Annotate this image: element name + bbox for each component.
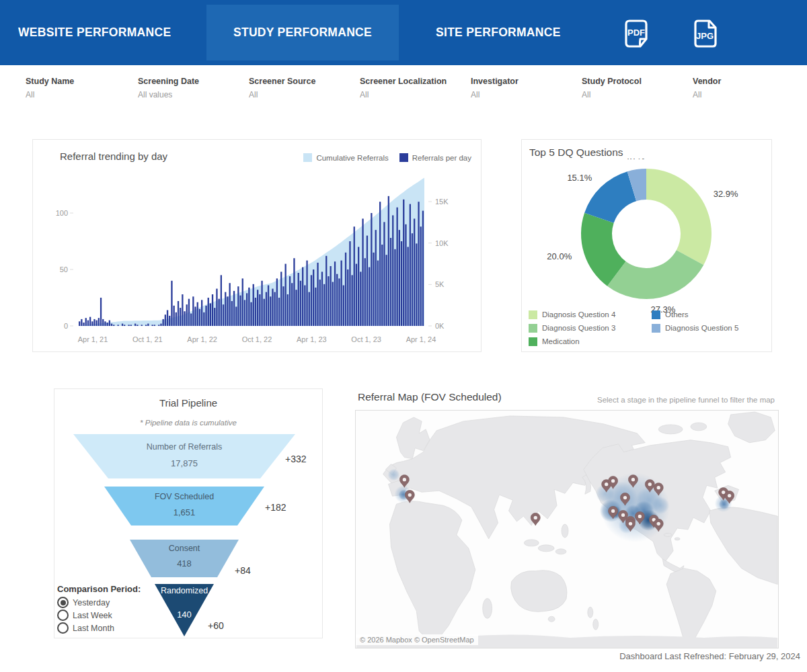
funnel-stage-fov-scheduled[interactable]: FOV Scheduled1,651 [70,487,299,526]
legend-swatch [529,324,537,333]
heat-blob [388,469,400,481]
legend-label: Referrals per day [412,154,471,162]
donut-pct-label: 15.1% [567,173,592,183]
donut-slice-diagnosis-question-3[interactable] [607,250,703,299]
x-axis-tick: Apr 1, 24 [406,335,436,343]
donut-legend-item-diagnosis-question-5: Diagnosis Question 5 [652,321,738,335]
funnel-stage-value: 17,875 [70,458,299,468]
filter-screener-localization[interactable]: Screener LocalizationAll [360,77,447,99]
legend-swatch [303,153,312,162]
export-pdf-icon[interactable]: PDF [621,17,652,50]
filter-vendor[interactable]: VendorAll [693,77,721,99]
last-refreshed-text: Dashboard Last Refreshed: February 29, 2… [619,651,800,661]
filter-value[interactable]: All [26,90,74,99]
filter-value[interactable]: All [360,90,447,99]
donut-legend-item-diagnosis-question-3: Diagnosis Question 3 [529,321,615,335]
filter-study-protocol[interactable]: Study ProtocolAll [582,77,642,99]
x-axis-tick: Apr 1, 22 [187,335,217,343]
filter-label: Vendor [693,77,721,86]
filter-screening-date[interactable]: Screening DateAll values [138,77,199,99]
funnel-stage-delta: +84 [235,565,251,576]
world-map [356,411,778,648]
filter-label: Study Name [26,77,74,86]
radio-label: Last Week [73,611,112,620]
referrals-per-day-bars [79,196,424,326]
tab-site-performance[interactable]: SITE PERFORMANCE [436,0,561,65]
radio-circle[interactable] [57,610,69,621]
radio-last-week[interactable]: Last Week [57,609,141,622]
filter-value[interactable]: All [582,90,642,99]
legend-label: Cumulative Referrals [316,154,388,162]
filter-value[interactable]: All [249,90,315,99]
funnel-stage-name: Consent [70,544,299,553]
legend-swatch [652,310,660,319]
referral-map[interactable]: © 2026 Mapbox © OpenStreetMap [355,410,779,648]
donut-legend-item-medication: Medication [529,335,615,348]
legend-swatch [529,310,537,319]
left-axis-tick: 0 [64,322,68,330]
trial-pipeline-card: Trial Pipeline * Pipeline data is cumula… [54,388,323,638]
legend-swatch [529,337,537,346]
radio-yesterday[interactable]: Yesterday [57,596,141,609]
funnel-stage-delta: +60 [208,620,224,631]
right-axis-tick: 10K [435,239,449,247]
trend-chart-legend: Cumulative ReferralsReferrals per day [303,153,471,162]
filter-investigator[interactable]: InvestigatorAll [471,77,518,99]
radio-label: Yesterday [73,598,110,607]
donut-slice-diagnosis-question-4[interactable] [646,169,712,265]
legend-label: Diagnosis Question 5 [665,324,738,332]
funnel-stage-number-of-referrals[interactable]: Number of Referrals17,875 [70,434,299,478]
funnel-stage-consent[interactable]: Consent418 [70,540,299,577]
filter-label: Investigator [471,77,518,86]
radio-label: Last Month [73,624,114,633]
funnel-stage-value: 418 [70,558,299,569]
funnel-stage-delta: +332 [285,454,307,464]
map-hint: Select a stage in the pipeline funnel to… [597,396,775,404]
legend-label: Medication [542,337,580,345]
pipeline-title: Trial Pipeline [54,397,322,409]
donut-pct-label: 4.7% [625,159,645,161]
radio-last-month[interactable]: Last Month [57,622,141,634]
landmasses [356,412,777,648]
radio-circle[interactable] [57,597,69,608]
radio-circle[interactable] [57,622,69,634]
x-axis-tick: Oct 1, 22 [242,335,272,343]
filter-value[interactable]: All [471,90,518,99]
comparison-period-group: Comparison Period: YesterdayLast WeekLas… [57,584,141,634]
map-attribution: © 2026 Mapbox © OpenStreetMap [356,634,478,645]
trend-chart-title: Referral trending by day [60,151,167,162]
filter-study-name[interactable]: Study NameAll [26,77,74,99]
right-axis-tick: 15K [435,198,449,206]
donut-slice-others[interactable] [584,171,636,222]
filter-screener-source[interactable]: Screener SourceAll [249,77,315,99]
legend-item-cumulative-referrals: Cumulative Referrals [303,153,388,162]
filter-value[interactable]: All [693,90,721,99]
legend-label: Diagnosis Question 4 [542,310,615,319]
filter-label: Screening Date [138,77,199,86]
donut-chart-plot: 32.9%27.3%20.0%15.1%4.7% [522,159,771,323]
left-axis-tick: 50 [60,265,68,274]
funnel-stage-value: 1,651 [70,507,299,517]
donut-pct-label: 20.0% [547,251,572,261]
donut-legend-item-others: Others [652,308,738,321]
filter-label: Study Protocol [582,77,642,86]
x-axis-tick: Apr 1, 23 [297,335,327,343]
tab-study-performance[interactable]: STUDY PERFORMANCE [206,5,399,60]
legend-item-referrals-per-day: Referrals per day [399,153,471,162]
funnel-stage-name: Number of Referrals [70,442,299,452]
filter-value[interactable]: All values [138,90,199,99]
donut-legend-item-diagnosis-question-4: Diagnosis Question 4 [529,308,615,321]
legend-label: Others [665,310,689,319]
trend-chart-plot: 0501000K5K10K15KApr 1, 21Oct 1, 21Apr 1,… [33,140,481,351]
legend-label: Diagnosis Question 3 [542,324,615,332]
pdf-label: PDF [627,28,645,38]
left-axis-tick: 100 [56,209,68,217]
dashboard: WEBSITE PERFORMANCE STUDY PERFORMANCE SI… [0,0,807,672]
tab-website-performance[interactable]: WEBSITE PERFORMANCE [18,0,171,65]
referral-trend-card: Referral trending by day Cumulative Refe… [32,139,482,352]
top-nav-bar: WEBSITE PERFORMANCE STUDY PERFORMANCE SI… [0,0,807,65]
comparison-period-label: Comparison Period: [57,584,141,594]
jpg-label: JPG [696,31,714,41]
export-jpg-icon[interactable]: JPG [689,17,720,50]
map-title: Referral Map (FOV Scheduled) [358,391,502,403]
